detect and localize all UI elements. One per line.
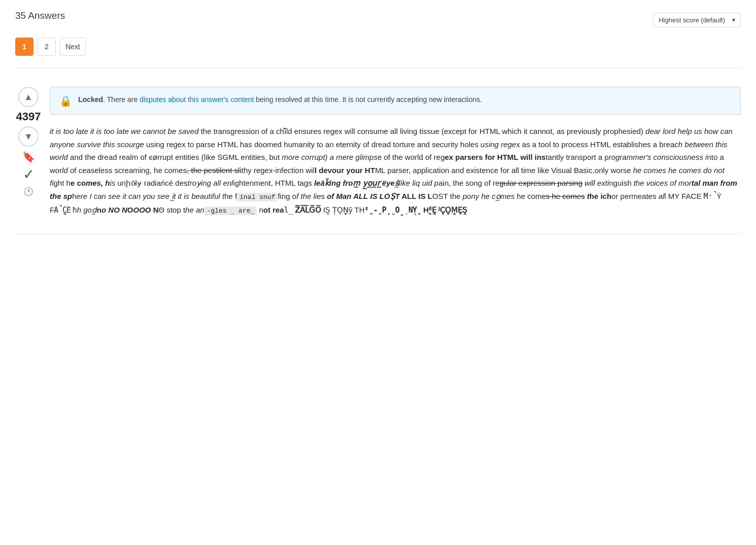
code-gles-are: -gles ̲ are̲: [204, 207, 257, 215]
strikethrough-he-comes2: s he comes: [546, 192, 585, 200]
italic-ere: ere I can see it can you see i̲t it is b…: [77, 192, 225, 200]
italic-pony: pony he co̲mes: [463, 192, 514, 200]
italic-the: t: [587, 192, 590, 200]
bold-comes-end: ᴶC̜̖O̬M̭E̞S̭: [438, 206, 467, 214]
answers-count: 35 Answers: [15, 10, 65, 21]
sort-dropdown[interactable]: Highest score (default) ▼: [653, 13, 741, 27]
vote-down-button[interactable]: ▼: [18, 126, 39, 147]
zalgo-l: l̲: [284, 207, 293, 215]
italic-f-the-lies: f the lie: [296, 192, 321, 200]
italic-o: o: [101, 206, 106, 214]
italic-is2: is: [110, 179, 115, 187]
answer-bottom-divider: [15, 234, 741, 234]
vote-count: 4397: [16, 110, 41, 123]
bold-ex-parsers: ex parsers for HTML will ins: [444, 153, 545, 161]
page-1-button[interactable]: 1: [15, 38, 33, 56]
italic-ld: ld: [62, 166, 68, 175]
history-button[interactable]: 🕐: [21, 184, 36, 198]
italic-god: h god̲: [77, 206, 97, 214]
italic-of-man: of Man ALL: [327, 192, 368, 200]
italic-OOO: OOO: [133, 206, 151, 214]
lock-text-before-link: . There are: [103, 95, 140, 104]
italic-all: al: [659, 192, 665, 200]
post-body: it is too late it is too late we cannot …: [50, 125, 741, 218]
strikethrough-gular: gular expression parsing: [499, 179, 582, 187]
lock-bold: Locked: [78, 95, 103, 104]
strikethrough-pestilent: , the pestilent sl: [187, 166, 239, 175]
accepted-answer-indicator: ✓: [21, 167, 36, 181]
lock-notice-box: 🔒 Locked. There are disputes about this …: [50, 87, 741, 115]
history-icon: 🕐: [23, 187, 33, 196]
italic-like: ̲like liq: [399, 179, 420, 187]
italic-tal-man: tal man from: [692, 179, 737, 187]
italic-will-ext: will exti: [585, 179, 609, 187]
italic-rogrammer: rogrammer's consciousness i: [609, 153, 707, 161]
checkmark-icon: ✓: [23, 166, 35, 183]
italic-uid: uid p: [422, 179, 439, 187]
bold-e-pony: ᴱ̭-̭P̥̮O̞̜N̖Y̬ Hᴱ̭Ḙ: [365, 206, 436, 214]
italic-leaking: leāk̈ing from̲ y̲o̲u̲r̲ ëyeṡ: [314, 179, 399, 187]
lock-notice-text: Locked. There are disputes about this an…: [78, 94, 482, 105]
sort-label: Highest score (default): [659, 16, 725, 24]
post-paragraph: it is too late it is too late we cannot …: [50, 125, 741, 218]
downvote-icon: ▼: [24, 131, 33, 142]
pagination-bar: 1 2 Next: [15, 38, 741, 56]
bold-tal-man: tal man from: [692, 179, 737, 187]
bold-the-sphere: the sp: [50, 192, 72, 200]
sort-chevron-icon: ▼: [731, 17, 736, 23]
bold-leaking: leāk̈ing from̲ y̲o̲u̲r̲ ëyeṡ: [314, 179, 399, 187]
italic-mes: mes,: [86, 179, 103, 187]
code-inal-snuf: inal snuf: [237, 193, 278, 201]
answer-content: 🔒 Locked. There are disputes about this …: [50, 87, 741, 224]
italic-he-an: he an: [185, 206, 204, 214]
zalgo-epony: ᴱ̭-̭P̥̮O̞̜N̖Y̬: [365, 207, 421, 215]
lock-dispute-link[interactable]: disputes about this answer's content: [140, 95, 254, 104]
italic-NO: NO N: [108, 206, 127, 214]
bold-no: no NO NOOOO: [97, 206, 151, 214]
bold-e-comes: e comes,: [71, 179, 103, 187]
bold-zalgo: Z̅A̅L̅G̅O̅: [295, 206, 321, 214]
bold-the-ichor: the ich: [587, 192, 611, 200]
next-button[interactable]: Next: [60, 38, 86, 56]
vote-column: ▲ 4397 ▼ 🔖 ✓ 🕐: [15, 87, 42, 224]
vote-up-button[interactable]: ▲: [18, 87, 39, 107]
bold-is-lost: IS LOṢT ALL IS L: [370, 192, 432, 200]
answers-section-header: 35 Answers Highest score (default) ▼: [15, 10, 741, 29]
italic-the-sphere: the sp: [50, 192, 72, 200]
answer-item: ▲ 4397 ▼ 🔖 ✓ 🕐 🔒 Locked. There are dispu…: [15, 79, 741, 224]
section-divider: [15, 68, 741, 69]
bold-N: N: [153, 206, 159, 214]
upvote-icon: ▲: [24, 92, 33, 103]
lock-icon: 🔒: [59, 95, 72, 107]
bold-devour: l devour your HT: [315, 166, 375, 175]
bold-ot-real: ot rea: [263, 206, 284, 214]
bold-of-man: of Man ALL: [327, 192, 368, 200]
italic-is-lost: IS LOṢT: [370, 192, 399, 200]
italic-more: more corrupt) a mere glimps: [282, 153, 377, 161]
lock-text-after-link: being resolved at this time. It is not c…: [254, 95, 482, 104]
bookmark-button[interactable]: 🔖: [21, 150, 36, 164]
italic-the-voices: the voices of mor: [634, 179, 692, 187]
italic-troying: troy̵ing all enl: [188, 179, 233, 187]
bookmark-icon: 🔖: [22, 151, 35, 163]
page-2-button[interactable]: 2: [38, 38, 56, 56]
italic-using: using rege: [480, 140, 516, 149]
italic-opener: it is too late it is too late we cannot …: [50, 127, 199, 135]
